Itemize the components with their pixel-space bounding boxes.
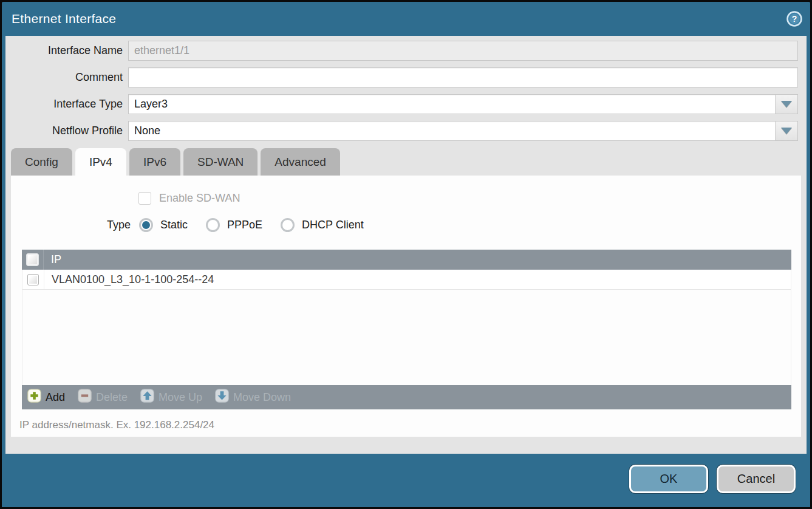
plus-icon — [27, 389, 41, 406]
tab-sd-wan[interactable]: SD-WAN — [183, 148, 258, 176]
interface-name-field: ethernet1/1 — [128, 41, 798, 61]
row-checkbox-cell — [22, 270, 44, 289]
ip-column-header: IP — [44, 250, 61, 270]
move-down-button-label: Move Down — [233, 391, 291, 404]
netflow-profile-dropdown-button[interactable] — [775, 121, 797, 140]
select-all-checkbox[interactable] — [26, 253, 39, 266]
enable-sdwan-label: Enable SD-WAN — [159, 192, 240, 205]
comment-row: Comment — [5, 67, 798, 87]
ip-table-row[interactable]: VLAN0100_L3_10-1-100-254--24 — [22, 270, 791, 290]
chevron-down-icon — [781, 101, 792, 108]
delete-button-label: Delete — [96, 391, 128, 404]
dialog-title: Ethernet Interface — [12, 12, 116, 26]
interface-name-row: Interface Name ethernet1/1 — [5, 41, 798, 61]
form-area: Interface Name ethernet1/1 Comment Inter… — [5, 41, 807, 141]
ip-format-hint: IP address/netmask. Ex. 192.168.2.254/24 — [19, 419, 801, 431]
interface-type-label: Interface Type — [5, 98, 128, 111]
comment-label: Comment — [5, 71, 128, 84]
radio-pppoe-icon — [206, 218, 220, 232]
radio-dhcp-icon — [281, 218, 295, 232]
type-label: Type — [107, 219, 131, 231]
move-down-button: Move Down — [215, 389, 291, 406]
move-up-button-label: Move Up — [159, 391, 202, 404]
radio-option-pppoe[interactable]: PPPoE — [206, 218, 262, 232]
interface-name-value: ethernet1/1 — [134, 44, 189, 57]
minus-icon — [78, 389, 92, 406]
header-checkbox-cell — [22, 250, 44, 270]
tab-config[interactable]: Config — [11, 148, 72, 176]
netflow-profile-row: Netflow Profile None — [5, 121, 798, 141]
tab-ipv6[interactable]: IPv6 — [129, 148, 180, 176]
ip-row-value: VLAN0100_L3_10-1-100-254--24 — [44, 270, 214, 289]
ip-table-header: IP — [22, 250, 791, 270]
radio-pppoe-label: PPPoE — [227, 219, 262, 231]
netflow-profile-value: None — [134, 125, 160, 137]
cancel-button[interactable]: Cancel — [717, 465, 796, 493]
comment-field[interactable] — [128, 67, 798, 87]
interface-type-value: Layer3 — [134, 98, 168, 111]
interface-type-dropdown-button[interactable] — [775, 95, 797, 114]
interface-type-dropdown[interactable]: Layer3 — [128, 94, 798, 114]
ip-table: IP VLAN0100_L3_10-1-100-254--24 — [22, 250, 791, 409]
ipv4-panel: Enable SD-WAN Type Static PPPoE DHCP Cli… — [11, 176, 801, 437]
tab-ipv4[interactable]: IPv4 — [75, 148, 126, 176]
tab-bar: Config IPv4 IPv6 SD-WAN Advanced — [11, 148, 807, 176]
help-icon[interactable]: ? — [786, 10, 803, 27]
dialog-body: Interface Name ethernet1/1 Comment Inter… — [5, 36, 807, 454]
add-button[interactable]: Add — [27, 389, 65, 406]
dialog-footer: OK Cancel — [2, 454, 810, 507]
interface-name-label: Interface Name — [5, 44, 128, 57]
arrow-up-icon — [140, 389, 154, 406]
radio-dhcp-label: DHCP Client — [302, 219, 364, 231]
type-radio-group: Type Static PPPoE DHCP Client — [107, 218, 801, 232]
svg-text:?: ? — [792, 14, 797, 24]
netflow-profile-dropdown[interactable]: None — [128, 121, 798, 141]
tab-advanced[interactable]: Advanced — [261, 148, 340, 176]
interface-type-row: Interface Type Layer3 — [5, 94, 798, 114]
row-checkbox[interactable] — [27, 274, 39, 285]
arrow-down-icon — [215, 389, 229, 406]
delete-button: Delete — [78, 389, 128, 406]
radio-static-icon — [139, 218, 153, 232]
ip-table-toolbar: Add Delete — [22, 385, 791, 409]
enable-sdwan-row: Enable SD-WAN — [138, 176, 801, 205]
dialog-titlebar: Ethernet Interface ? — [2, 2, 810, 36]
radio-static-label: Static — [160, 219, 188, 231]
netflow-profile-label: Netflow Profile — [5, 125, 128, 137]
radio-option-dhcp-client[interactable]: DHCP Client — [281, 218, 364, 232]
chevron-down-icon — [781, 128, 792, 134]
move-up-button: Move Up — [140, 389, 202, 406]
enable-sdwan-checkbox — [138, 192, 151, 205]
add-button-label: Add — [46, 391, 65, 404]
ip-table-body: VLAN0100_L3_10-1-100-254--24 — [22, 270, 791, 385]
ethernet-interface-dialog: Ethernet Interface ? Interface Name ethe… — [2, 2, 810, 507]
ok-button[interactable]: OK — [629, 465, 708, 493]
radio-option-static[interactable]: Static — [139, 218, 188, 232]
